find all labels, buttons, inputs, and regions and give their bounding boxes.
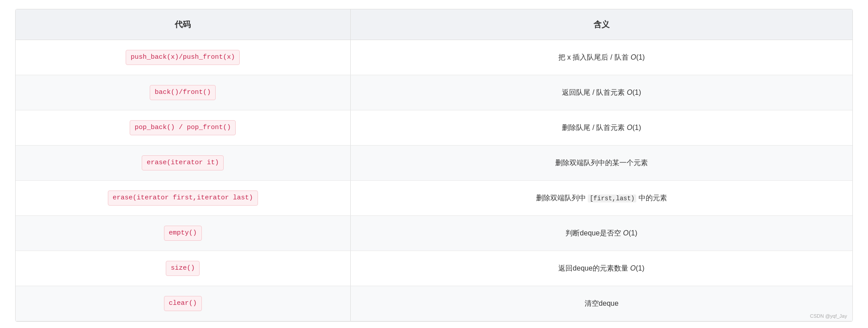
table-row: empty()判断deque是否空 O(1): [16, 216, 852, 251]
table-row: clear()清空deque: [16, 286, 852, 321]
table-row: erase(iterator first,iterator last)删除双端队…: [16, 181, 852, 216]
table-cell-code: empty(): [16, 216, 350, 251]
table-row: erase(iterator it)删除双端队列中的某一个元素: [16, 146, 852, 181]
col-header-meaning: 含义: [350, 9, 852, 40]
complexity-italic: O: [630, 264, 635, 272]
table-row: size()返回deque的元素数量 O(1): [16, 251, 852, 286]
complexity-italic: O: [627, 124, 632, 131]
table-cell-meaning: 判断deque是否空 O(1): [350, 216, 852, 251]
watermark: CSDN @yqf_Jay: [810, 313, 847, 319]
code-snippet: size(): [166, 261, 200, 276]
main-table-wrapper: 代码 含义 push_back(x)/push_front(x)把 x 插入队尾…: [15, 9, 853, 322]
table-cell-code: erase(iterator it): [16, 146, 350, 181]
table-cell-code: clear(): [16, 286, 350, 321]
code-snippet: empty(): [164, 226, 202, 241]
table-cell-meaning: 返回deque的元素数量 O(1): [350, 251, 852, 286]
code-snippet: push_back(x)/push_front(x): [126, 50, 240, 65]
table-cell-meaning: 返回队尾 / 队首元素 O(1): [350, 75, 852, 110]
table-cell-code: push_back(x)/push_front(x): [16, 40, 350, 75]
deque-methods-table: 代码 含义 push_back(x)/push_front(x)把 x 插入队尾…: [16, 9, 852, 321]
table-cell-code: pop_back() / pop_front(): [16, 110, 350, 146]
col-header-code: 代码: [16, 9, 350, 40]
complexity-italic: O: [623, 229, 628, 237]
table-cell-code: erase(iterator first,iterator last): [16, 181, 350, 216]
table-row: back()/front()返回队尾 / 队首元素 O(1): [16, 75, 852, 110]
code-snippet: back()/front(): [150, 85, 216, 100]
code-snippet: pop_back() / pop_front(): [130, 120, 236, 135]
table-cell-code: size(): [16, 251, 350, 286]
complexity-italic: O: [631, 53, 636, 61]
complexity-italic: O: [627, 89, 632, 96]
table-cell-meaning: 删除双端队列中的某一个元素: [350, 146, 852, 181]
code-snippet: erase(iterator it): [142, 155, 224, 170]
table-cell-meaning: 删除队尾 / 队首元素 O(1): [350, 110, 852, 146]
table-cell-code: back()/front(): [16, 75, 350, 110]
code-snippet: clear(): [164, 296, 202, 311]
code-inline-range: [first,last): [588, 194, 636, 202]
table-row: pop_back() / pop_front()删除队尾 / 队首元素 O(1): [16, 110, 852, 146]
table-cell-meaning: 把 x 插入队尾后 / 队首 O(1): [350, 40, 852, 75]
code-snippet: erase(iterator first,iterator last): [108, 190, 258, 206]
table-cell-meaning: 删除双端队列中 [first,last) 中的元素: [350, 181, 852, 216]
table-cell-meaning: 清空deque: [350, 286, 852, 321]
table-row: push_back(x)/push_front(x)把 x 插入队尾后 / 队首…: [16, 40, 852, 75]
table-header-row: 代码 含义: [16, 9, 852, 40]
